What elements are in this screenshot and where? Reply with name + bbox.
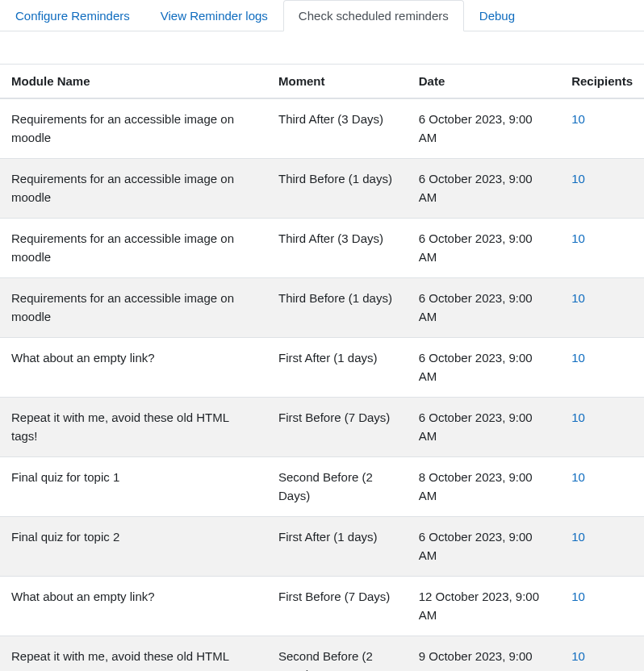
cell-moment: Third After (3 Days): [267, 219, 408, 278]
cell-date: 6 October 2023, 9:00 AM: [408, 159, 560, 219]
cell-moment: Third Before (1 days): [267, 159, 408, 219]
tab-check-scheduled-reminders[interactable]: Check scheduled reminders: [283, 0, 464, 31]
cell-module: Repeat it with me, avoid these old HTML …: [0, 398, 267, 457]
table-row: Requirements for an accessible image on …: [0, 278, 644, 338]
cell-recipients: 10: [560, 219, 644, 278]
cell-recipients: 10: [560, 636, 644, 672]
cell-recipients: 10: [560, 98, 644, 159]
table-row: Repeat it with me, avoid these old HTML …: [0, 636, 644, 672]
cell-date: 6 October 2023, 9:00 AM: [408, 98, 560, 159]
tab-view-reminder-logs[interactable]: View Reminder logs: [145, 0, 283, 31]
table-row: Final quiz for topic 1Second Before (2 D…: [0, 457, 644, 517]
recipients-link[interactable]: 10: [571, 291, 585, 305]
cell-date: 9 October 2023, 9:00 AM: [408, 636, 560, 672]
table-row: What about an empty link?First Before (7…: [0, 577, 644, 636]
cell-date: 6 October 2023, 9:00 AM: [408, 278, 560, 338]
cell-moment: Third After (3 Days): [267, 98, 408, 159]
cell-recipients: 10: [560, 278, 644, 338]
recipients-link[interactable]: 10: [571, 351, 585, 365]
table-row: Requirements for an accessible image on …: [0, 219, 644, 278]
cell-recipients: 10: [560, 457, 644, 517]
cell-module: Final quiz for topic 1: [0, 457, 267, 517]
cell-recipients: 10: [560, 398, 644, 457]
cell-moment: Second Before (2 Days): [267, 457, 408, 517]
cell-module: Final quiz for topic 2: [0, 517, 267, 577]
cell-module: Requirements for an accessible image on …: [0, 219, 267, 278]
cell-date: 6 October 2023, 9:00 AM: [408, 219, 560, 278]
cell-date: 12 October 2023, 9:00 AM: [408, 577, 560, 636]
cell-module: What about an empty link?: [0, 577, 267, 636]
tab-configure-reminders[interactable]: Configure Reminders: [0, 0, 145, 31]
recipients-link[interactable]: 10: [571, 172, 585, 185]
table-row: Requirements for an accessible image on …: [0, 159, 644, 219]
cell-moment: Second Before (2 Days): [267, 636, 408, 672]
cell-recipients: 10: [560, 159, 644, 219]
cell-module: Requirements for an accessible image on …: [0, 159, 267, 219]
header-date: Date: [408, 65, 560, 99]
table-row: What about an empty link?First After (1 …: [0, 338, 644, 398]
header-recipients: Recipients: [560, 65, 644, 99]
content-area: Module Name Moment Date Recipients Requi…: [0, 31, 644, 671]
recipients-link[interactable]: 10: [571, 231, 585, 245]
cell-recipients: 10: [560, 517, 644, 577]
cell-module: Requirements for an accessible image on …: [0, 98, 267, 159]
table-row: Final quiz for topic 2First After (1 day…: [0, 517, 644, 577]
cell-module: What about an empty link?: [0, 338, 267, 398]
tabs-bar: Configure Reminders View Reminder logs C…: [0, 0, 644, 31]
cell-recipients: 10: [560, 577, 644, 636]
table-row: Requirements for an accessible image on …: [0, 98, 644, 159]
recipients-link[interactable]: 10: [571, 530, 585, 544]
cell-moment: First Before (7 Days): [267, 398, 408, 457]
cell-recipients: 10: [560, 338, 644, 398]
recipients-link[interactable]: 10: [571, 649, 585, 663]
table-row: Repeat it with me, avoid these old HTML …: [0, 398, 644, 457]
cell-moment: First Before (7 Days): [267, 577, 408, 636]
cell-moment: Third Before (1 days): [267, 278, 408, 338]
recipients-link[interactable]: 10: [571, 411, 585, 424]
cell-module: Repeat it with me, avoid these old HTML …: [0, 636, 267, 672]
cell-moment: First After (1 days): [267, 338, 408, 398]
tab-debug[interactable]: Debug: [464, 0, 530, 31]
cell-date: 6 October 2023, 9:00 AM: [408, 338, 560, 398]
recipients-link[interactable]: 10: [571, 112, 585, 126]
cell-moment: First After (1 days): [267, 517, 408, 577]
scheduled-reminders-table: Module Name Moment Date Recipients Requi…: [0, 64, 644, 671]
header-module: Module Name: [0, 65, 267, 99]
cell-date: 6 October 2023, 9:00 AM: [408, 398, 560, 457]
header-moment: Moment: [267, 65, 408, 99]
recipients-link[interactable]: 10: [571, 590, 585, 603]
cell-date: 8 October 2023, 9:00 AM: [408, 457, 560, 517]
cell-module: Requirements for an accessible image on …: [0, 278, 267, 338]
recipients-link[interactable]: 10: [571, 470, 585, 484]
cell-date: 6 October 2023, 9:00 AM: [408, 517, 560, 577]
